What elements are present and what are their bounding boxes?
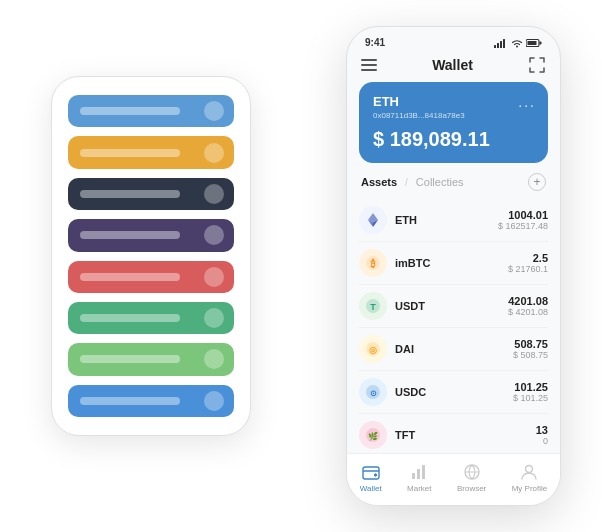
tab-collecties[interactable]: Collecties xyxy=(416,176,464,188)
usdc-icon: ⊙ xyxy=(359,378,387,406)
wallet-icon xyxy=(362,463,380,481)
dai-logo: ◎ xyxy=(365,341,381,357)
ethereum-logo xyxy=(365,212,381,228)
imbtc-logo: ₿ xyxy=(365,255,381,271)
asset-amount-usd: $ 4201.08 xyxy=(508,307,548,317)
eth-card-balance: $ 189,089.11 xyxy=(373,128,534,151)
bottom-nav: Wallet Market xyxy=(347,453,560,505)
list-item[interactable] xyxy=(68,219,234,251)
profile-icon xyxy=(520,463,538,481)
svg-text:T: T xyxy=(370,302,376,312)
hamburger-icon[interactable] xyxy=(361,59,377,71)
table-row[interactable]: 🌿 TFT 13 0 xyxy=(359,414,548,453)
asset-amount-main: 508.75 xyxy=(513,338,548,350)
browser-nav-icon xyxy=(462,462,482,482)
usdc-logo: ⊙ xyxy=(365,384,381,400)
svg-rect-2 xyxy=(500,41,502,48)
usdt-logo: T xyxy=(365,298,381,314)
asset-name-eth: ETH xyxy=(395,214,498,226)
svg-rect-1 xyxy=(497,43,499,48)
nav-label-browser: Browser xyxy=(457,484,486,493)
status-bar: 9:41 xyxy=(347,27,560,52)
page-title: Wallet xyxy=(432,57,473,73)
svg-text:⊙: ⊙ xyxy=(370,389,377,398)
svg-rect-3 xyxy=(503,39,505,48)
card-text xyxy=(80,397,180,405)
imbtc-icon: ₿ xyxy=(359,249,387,277)
svg-point-26 xyxy=(526,466,533,473)
eth-card[interactable]: ETH 0x08711d3B...8418a78e3 $ 189,089.11 … xyxy=(359,82,548,163)
svg-rect-5 xyxy=(540,41,542,44)
browser-icon xyxy=(463,463,481,481)
asset-amount-usd: $ 162517.48 xyxy=(498,221,548,231)
asset-name-usdc: USDC xyxy=(395,386,513,398)
list-item[interactable] xyxy=(68,302,234,334)
assets-header: Assets / Collecties + xyxy=(347,173,560,199)
nav-item-browser[interactable]: Browser xyxy=(457,462,486,493)
expand-arrows-icon xyxy=(528,56,546,74)
asset-amounts-tft: 13 0 xyxy=(536,424,548,446)
card-icon xyxy=(204,143,224,163)
table-row[interactable]: ₿ imBTC 2.5 $ 21760.1 xyxy=(359,242,548,285)
asset-amount-usd: $ 101.25 xyxy=(513,393,548,403)
expand-icon[interactable] xyxy=(528,56,546,74)
list-item[interactable] xyxy=(68,178,234,210)
add-asset-button[interactable]: + xyxy=(528,173,546,191)
table-row[interactable]: ETH 1004.01 $ 162517.48 xyxy=(359,199,548,242)
svg-rect-24 xyxy=(422,465,425,479)
svg-rect-20 xyxy=(363,467,379,479)
asset-amount-main: 4201.08 xyxy=(508,295,548,307)
asset-amounts-dai: 508.75 $ 508.75 xyxy=(513,338,548,360)
list-item[interactable] xyxy=(68,95,234,127)
list-item[interactable] xyxy=(68,343,234,375)
svg-rect-23 xyxy=(417,469,420,479)
asset-amounts-usdt: 4201.08 $ 4201.08 xyxy=(508,295,548,317)
nav-item-profile[interactable]: My Profile xyxy=(512,462,548,493)
table-row[interactable]: ◎ DAI 508.75 $ 508.75 xyxy=(359,328,548,371)
asset-amount-usd: $ 21760.1 xyxy=(508,264,548,274)
dai-icon: ◎ xyxy=(359,335,387,363)
tab-divider: / xyxy=(405,177,408,188)
nav-item-market[interactable]: Market xyxy=(407,462,431,493)
wallet-nav-icon xyxy=(361,462,381,482)
card-icon xyxy=(204,184,224,204)
eth-card-name: ETH xyxy=(373,94,534,109)
card-icon xyxy=(204,391,224,411)
asset-amount-main: 2.5 xyxy=(508,252,548,264)
asset-name-usdt: USDT xyxy=(395,300,508,312)
svg-point-21 xyxy=(374,474,376,476)
eth-card-address: 0x08711d3B...8418a78e3 xyxy=(373,111,534,120)
signal-icon xyxy=(494,38,508,48)
phone-nav: Wallet xyxy=(347,52,560,82)
svg-rect-0 xyxy=(494,45,496,48)
svg-text:🌿: 🌿 xyxy=(368,431,378,441)
asset-amounts-usdc: 101.25 $ 101.25 xyxy=(513,381,548,403)
market-nav-icon xyxy=(409,462,429,482)
table-row[interactable]: T USDT 4201.08 $ 4201.08 xyxy=(359,285,548,328)
profile-nav-icon xyxy=(519,462,539,482)
nav-item-wallet[interactable]: Wallet xyxy=(360,462,382,493)
status-time: 9:41 xyxy=(365,37,385,48)
assets-list: ETH 1004.01 $ 162517.48 ₿ imBTC 2.5 $ xyxy=(347,199,560,453)
assets-tabs: Assets / Collecties xyxy=(361,176,464,188)
tab-assets[interactable]: Assets xyxy=(361,176,397,188)
wifi-icon xyxy=(511,38,523,48)
table-row[interactable]: ⊙ USDC 101.25 $ 101.25 xyxy=(359,371,548,414)
svg-rect-22 xyxy=(412,473,415,479)
card-text xyxy=(80,314,180,322)
eth-card-menu[interactable]: ... xyxy=(518,94,536,110)
list-item[interactable] xyxy=(68,385,234,417)
asset-amount-usd: 0 xyxy=(536,436,548,446)
eth-icon xyxy=(359,206,387,234)
nav-label-wallet: Wallet xyxy=(360,484,382,493)
card-icon xyxy=(204,308,224,328)
usdt-icon: T xyxy=(359,292,387,320)
asset-name-tft: TFT xyxy=(395,429,536,441)
asset-name-dai: DAI xyxy=(395,343,513,355)
list-item[interactable] xyxy=(68,261,234,293)
scene: 9:41 xyxy=(21,16,581,516)
status-icons xyxy=(494,38,542,48)
card-icon xyxy=(204,101,224,121)
list-item[interactable] xyxy=(68,136,234,168)
card-text xyxy=(80,355,180,363)
